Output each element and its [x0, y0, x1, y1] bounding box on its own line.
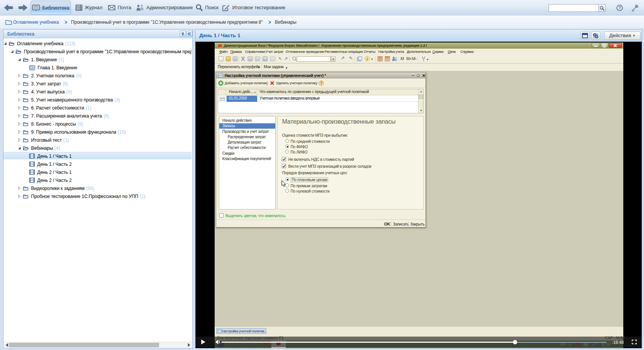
- svg-text:?: ?: [618, 5, 621, 10]
- svg-text:?: ?: [320, 81, 322, 85]
